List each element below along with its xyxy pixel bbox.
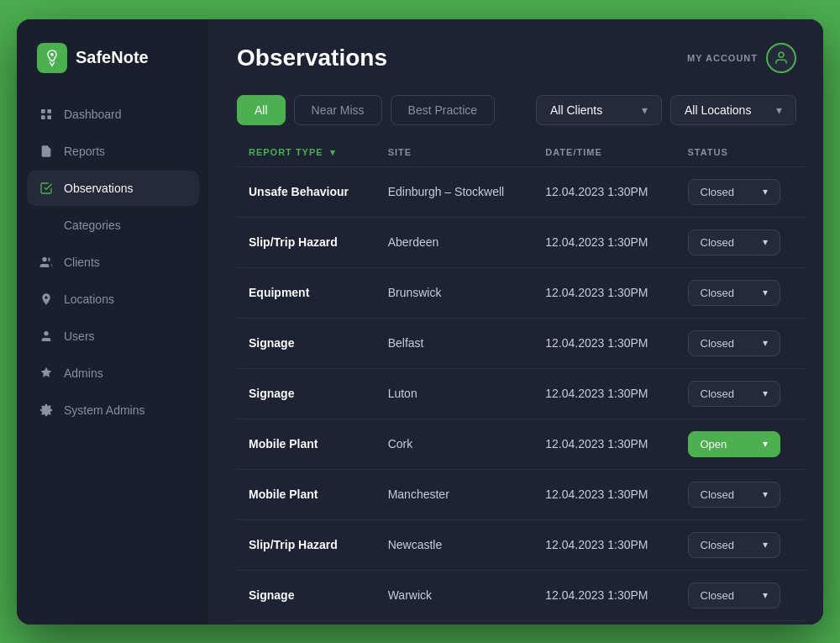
- cell-site: Belfast: [376, 318, 534, 368]
- col-site: SITE: [376, 139, 534, 167]
- sidebar-item-system-admins-label: System Admins: [64, 403, 144, 417]
- sidebar-item-dashboard[interactable]: Dashboard: [27, 97, 199, 132]
- cell-status: Closed▾: [676, 166, 807, 217]
- dashboard-icon: [39, 107, 54, 122]
- status-chevron-icon: ▾: [763, 186, 768, 198]
- cell-report-type: Equipment: [237, 267, 376, 318]
- sidebar-item-clients[interactable]: Clients: [27, 245, 199, 280]
- cell-site: Cork: [376, 419, 534, 469]
- status-badge[interactable]: Closed▾: [688, 381, 780, 407]
- sidebar-item-clients-label: Clients: [64, 256, 100, 269]
- cell-report-type: Signage: [237, 318, 376, 368]
- status-chevron-icon: ▾: [763, 539, 768, 551]
- clients-filter[interactable]: All Clients ▾: [536, 95, 662, 125]
- admins-icon: [39, 366, 54, 381]
- status-label: Closed: [701, 488, 734, 501]
- status-label: Closed: [701, 589, 734, 602]
- svg-rect-1: [41, 109, 45, 113]
- status-badge[interactable]: Open▾: [688, 431, 780, 457]
- table-container: REPORT TYPE ▾ SITE DATE/TIME STATUS: [210, 139, 823, 625]
- sidebar-item-categories-label: Categories: [64, 219, 121, 232]
- col-status: STATUS: [676, 139, 807, 167]
- cell-status: Closed▾: [676, 469, 807, 519]
- status-badge[interactable]: Closed▾: [688, 482, 780, 508]
- status-label: Closed: [701, 387, 734, 400]
- status-label: Closed: [701, 287, 734, 299]
- cell-datetime: 12.04.2023 1:30PM: [533, 267, 675, 318]
- status-badge[interactable]: Closed▾: [688, 330, 780, 356]
- cell-status: Closed▾: [676, 519, 807, 570]
- status-badge[interactable]: Closed▾: [688, 582, 780, 609]
- page-title: Observations: [237, 45, 387, 71]
- app-container: SafeNote Dashboard Reports Observations: [17, 19, 823, 625]
- svg-rect-2: [47, 109, 51, 113]
- table-row: Slip/Trip HazardAberdeen12.04.2023 1:30P…: [237, 217, 806, 267]
- cell-report-type: Slip/Trip Hazard: [237, 519, 376, 570]
- table-row: Unsafe BehaviourEdinburgh – Stockwell12.…: [237, 166, 806, 217]
- sidebar-item-system-admins[interactable]: System Admins: [27, 393, 199, 428]
- status-badge[interactable]: Closed▾: [688, 532, 780, 558]
- filter-best-practice-button[interactable]: Best Practice: [391, 95, 495, 125]
- logo-icon: [37, 43, 67, 73]
- cell-datetime: 12.04.2023 1:30PM: [533, 570, 675, 620]
- table-row: Mobile PlantCork12.04.2023 1:30PMOpen▾: [237, 419, 806, 469]
- locations-icon: [39, 292, 54, 307]
- status-badge[interactable]: Closed▾: [688, 229, 780, 256]
- sidebar-nav: Dashboard Reports Observations Categorie…: [17, 97, 209, 428]
- cell-site: Edinburgh – Stockwell: [376, 166, 534, 217]
- table-row: Mobile PlantManchester12.04.2023 1:30PMC…: [237, 469, 806, 519]
- status-label: Closed: [701, 186, 734, 198]
- clients-chevron-icon: ▾: [642, 103, 648, 117]
- observations-table: REPORT TYPE ▾ SITE DATE/TIME STATUS: [237, 139, 806, 625]
- filter-near-miss-button[interactable]: Near Miss: [294, 95, 382, 125]
- cell-datetime: 12.04.2023 1:30PM: [533, 217, 675, 267]
- table-row: Unsafe BehaviourChester12.04.2023 1:30PM…: [237, 620, 806, 625]
- cell-status: Open▾: [676, 419, 807, 469]
- locations-filter[interactable]: All Locations ▾: [670, 95, 796, 125]
- cell-status: Closed▾: [676, 620, 807, 625]
- sidebar-item-categories[interactable]: Categories: [27, 208, 199, 243]
- cell-report-type: Mobile Plant: [237, 419, 376, 469]
- account-label: MY ACCOUNT: [687, 53, 758, 63]
- system-admins-icon: [39, 403, 54, 418]
- filters-bar: All Near Miss Best Practice All Clients …: [210, 87, 823, 139]
- sidebar-item-users[interactable]: Users: [27, 319, 199, 354]
- cell-report-type: Signage: [237, 570, 376, 620]
- cell-report-type: Unsafe Behaviour: [237, 166, 376, 217]
- clients-icon: [39, 255, 54, 270]
- cell-status: Closed▾: [676, 217, 807, 267]
- status-chevron-icon: ▾: [763, 236, 768, 248]
- status-badge[interactable]: Closed▾: [688, 179, 780, 205]
- cell-status: Closed▾: [676, 318, 807, 368]
- reports-icon: [39, 144, 54, 159]
- sidebar-item-observations[interactable]: Observations: [27, 171, 199, 206]
- account-area[interactable]: MY ACCOUNT: [687, 43, 796, 73]
- status-badge[interactable]: Closed▾: [688, 280, 780, 306]
- categories-icon: [39, 218, 54, 233]
- status-label: Closed: [701, 539, 734, 551]
- status-chevron-icon: ▾: [763, 438, 768, 450]
- avatar[interactable]: [766, 43, 796, 73]
- cell-datetime: 12.04.2023 1:30PM: [533, 469, 675, 519]
- sidebar-item-users-label: Users: [64, 329, 95, 343]
- sidebar-item-admins[interactable]: Admins: [27, 356, 199, 391]
- cell-datetime: 12.04.2023 1:30PM: [533, 519, 675, 570]
- cell-datetime: 12.04.2023 1:30PM: [533, 368, 675, 419]
- sidebar-item-observations-label: Observations: [64, 182, 133, 195]
- observations-icon: [39, 181, 54, 196]
- sidebar-item-admins-label: Admins: [64, 366, 103, 380]
- sort-icon: ▾: [330, 147, 336, 158]
- logo-text: SafeNote: [76, 48, 149, 67]
- table-row: EquipmentBrunswick12.04.2023 1:30PMClose…: [237, 267, 806, 318]
- cell-report-type: Signage: [237, 368, 376, 419]
- cell-site: Newcastle: [376, 519, 534, 570]
- cell-site: Chester: [376, 620, 534, 625]
- sidebar-item-reports[interactable]: Reports: [27, 134, 199, 169]
- filter-all-button[interactable]: All: [237, 95, 286, 125]
- sidebar-item-locations[interactable]: Locations: [27, 282, 199, 317]
- col-report-type[interactable]: REPORT TYPE ▾: [237, 139, 376, 167]
- cell-status: Closed▾: [676, 570, 807, 620]
- status-chevron-icon: ▾: [763, 337, 768, 349]
- cell-site: Brunswick: [376, 267, 534, 318]
- sidebar-item-reports-label: Reports: [64, 145, 105, 158]
